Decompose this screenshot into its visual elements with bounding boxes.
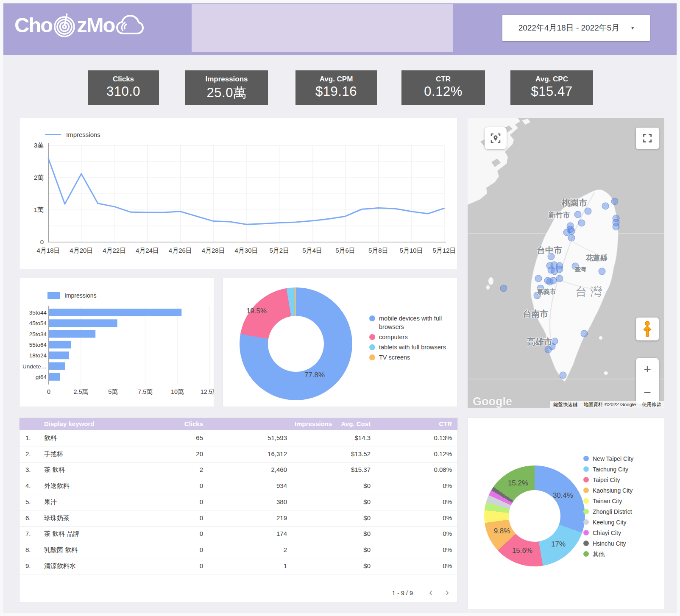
- map-fullscreen-button[interactable]: [636, 128, 659, 149]
- table-row: 4.外送飲料0934$00%: [20, 478, 457, 494]
- map-place-label: 新竹市: [549, 210, 570, 220]
- row-number: 9.: [25, 558, 31, 574]
- pagination-next-icon[interactable]: ›: [445, 586, 449, 599]
- legend-dot: [583, 551, 589, 557]
- google-logo: Google: [473, 395, 512, 408]
- table-row: 9.清涼飲料水01$00%: [20, 558, 457, 574]
- cell-impressions: 219: [276, 510, 287, 526]
- pagination-prev-icon[interactable]: ‹: [429, 586, 433, 599]
- scorecard-clicks: Clicks 310.0: [88, 70, 159, 105]
- cell-avg-cost: $0: [363, 510, 371, 526]
- cell-display-keyword: 乳酸菌 飲料: [44, 542, 78, 557]
- city-slice-percent-label: 9.8%: [494, 527, 510, 535]
- cell-display-keyword: 珍珠奶茶: [44, 510, 70, 526]
- column-header-clicks[interactable]: Clicks: [184, 418, 203, 430]
- cell-avg-cost: $0: [363, 558, 371, 574]
- legend-label: Zhongli District: [593, 507, 632, 516]
- legend-item: Hsinchu City: [583, 539, 655, 548]
- row-number: 4.: [25, 478, 31, 493]
- row-number: 6.: [25, 510, 31, 526]
- legend-label: tablets with full browsers: [379, 343, 446, 351]
- scorecard-avg-cpm: Avg. CPM $19.16: [295, 70, 377, 105]
- scorecard-impressions: Impressions 25.0萬: [185, 70, 268, 105]
- pegman-button[interactable]: [636, 318, 659, 340]
- zoom-in-button[interactable]: +: [636, 358, 659, 381]
- legend-item: tablets with full browsers: [369, 343, 448, 351]
- scorecard-value: 310.0: [88, 84, 159, 99]
- map-data-marker: [613, 223, 620, 231]
- map-data-marker: [500, 285, 507, 292]
- cell-ctr: 0%: [443, 558, 452, 574]
- map-place-label: 台南市: [523, 308, 548, 320]
- terms-of-use-link[interactable]: 使用條款: [639, 401, 664, 408]
- legend-label: TV screens: [379, 353, 410, 362]
- cell-impressions: 16,312: [268, 446, 287, 462]
- table-header-row: Display keywordClicksImpressions▼Avg. Co…: [20, 418, 457, 430]
- impressions-by-age-card: Impressions 02.5萬5萬7.5萬10萬12.5萬35to4445t…: [19, 278, 214, 407]
- map-data-copyright: 地圖資料 ©2022 Google: [580, 401, 639, 408]
- map-place-label: 高雄市: [527, 336, 552, 348]
- legend-item: computers: [369, 333, 448, 341]
- svg-text:5萬: 5萬: [108, 388, 118, 395]
- svg-text:gt64: gt64: [36, 374, 47, 380]
- map-data-marker: [560, 372, 567, 379]
- cell-clicks: 0: [200, 558, 203, 574]
- impressions-by-city-card: 15.2%30.4%17%15.6%9.8%New Taipei CityTai…: [468, 418, 664, 609]
- city-slice-percent-label: 15.2%: [508, 479, 528, 488]
- svg-text:Undete…: Undete…: [22, 363, 47, 370]
- map-data-marker: [602, 203, 609, 210]
- table-row: 5.果汁0380$00%: [20, 494, 457, 510]
- legend-item: 其他: [583, 550, 655, 559]
- legend-bar-swatch: [47, 292, 60, 299]
- bar-chart-legend: Impressions: [47, 292, 96, 299]
- logo-text-left: Cho: [14, 13, 52, 37]
- svg-text:10萬: 10萬: [171, 388, 184, 395]
- city-slice-percent-label: 17%: [551, 540, 566, 549]
- svg-text:4月26日: 4月26日: [169, 247, 192, 254]
- row-number: 8.: [25, 542, 31, 557]
- scorecard-label: CTR: [401, 75, 485, 84]
- header-bar: Cho zMo 2022年4月18日 - 2022年5月 ▾: [3, 3, 677, 55]
- pagination-label: 1 - 9 / 9: [392, 590, 413, 596]
- legend-dot: [369, 354, 375, 360]
- legend-label: Keelung City: [593, 518, 626, 527]
- legend-dot: [583, 541, 589, 546]
- keyboard-shortcuts-link[interactable]: 鍵盤快速鍵: [550, 401, 581, 408]
- legend-item: Taichung City: [583, 465, 655, 474]
- legend-item: Kaohsiung City: [583, 486, 655, 495]
- device-slice-percent-label: 77.8%: [304, 371, 325, 379]
- column-header-ctr[interactable]: CTR: [439, 418, 452, 430]
- svg-text:2萬: 2萬: [34, 174, 44, 181]
- line-chart-legend: Impressions: [45, 131, 100, 138]
- cell-display-keyword: 茶 飲料 品牌: [44, 526, 79, 541]
- column-header-display-keyword[interactable]: Display keyword: [44, 418, 94, 430]
- city-slice-percent-label: 15.6%: [512, 546, 532, 555]
- map-place-label: 臺灣: [575, 266, 586, 273]
- cell-avg-cost: $15.37: [351, 462, 371, 477]
- scorecard-label: Impressions: [185, 75, 268, 84]
- legend-label: Taichung City: [593, 465, 628, 474]
- logo-cloud-icon: [116, 14, 144, 36]
- cell-clicks: 2: [200, 462, 203, 477]
- date-range-selector[interactable]: 2022年4月18日 - 2022年5月 ▾: [502, 15, 650, 41]
- cell-display-keyword: 茶 飲料: [44, 462, 65, 477]
- column-header-avg-cost[interactable]: Avg. Cost: [341, 418, 371, 430]
- cell-ctr: 0%: [443, 478, 452, 493]
- legend-label: Hsinchu City: [593, 539, 626, 548]
- device-slice-percent-label: 19.5%: [246, 307, 267, 315]
- legend-label: Kaohsiung City: [593, 486, 633, 495]
- legend-dot: [369, 315, 375, 321]
- scorecard-value: 25.0萬: [185, 84, 268, 102]
- map-attribution: 鍵盤快速鍵地圖資料 ©2022 Google使用條款: [550, 401, 664, 408]
- cell-ctr: 0%: [443, 542, 452, 557]
- cell-clicks: 0: [200, 526, 203, 541]
- legend-dot: [583, 509, 589, 514]
- map-location-button[interactable]: [485, 127, 507, 149]
- svg-text:18to24: 18to24: [29, 352, 47, 359]
- cell-clicks: 0: [200, 478, 203, 493]
- table-row: 7.茶 飲料 品牌0174$00%: [20, 526, 457, 542]
- line-chart-area: 3萬2萬1萬04月18日4月20日4月22日4月24日4月26日4月28日4月3…: [20, 118, 457, 270]
- google-map[interactable]: 桃園市新竹市台中市花蓮縣臺灣嘉義市台灣台南市高雄市 + −: [468, 118, 664, 408]
- svg-text:5月6日: 5月6日: [335, 247, 355, 254]
- zoom-out-button[interactable]: −: [636, 381, 659, 404]
